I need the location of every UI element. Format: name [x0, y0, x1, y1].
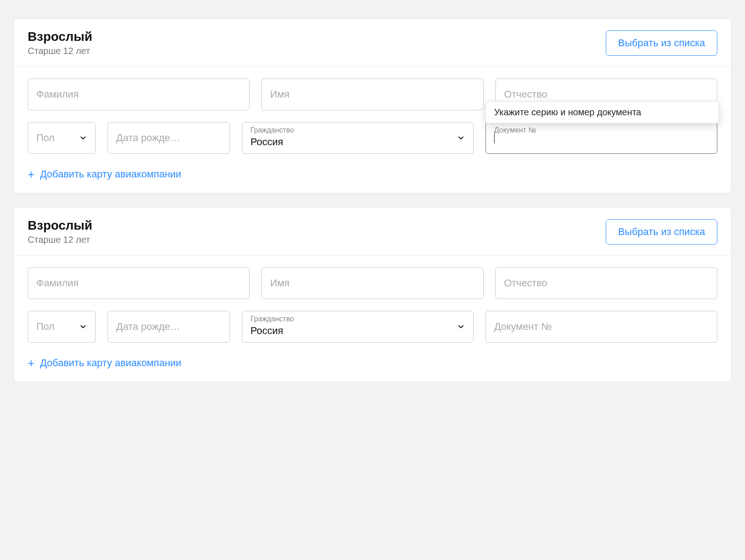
passenger-card: Взрослый Старше 12 лет Выбрать из списка… [14, 18, 731, 193]
card-title-block: Взрослый Старше 12 лет [28, 218, 92, 245]
card-title-block: Взрослый Старше 12 лет [28, 29, 92, 56]
document-number-field[interactable]: Документ № [485, 311, 717, 343]
middlename-placeholder: Отчество [504, 277, 548, 289]
chevron-down-icon [79, 323, 87, 331]
passenger-title: Взрослый [28, 29, 92, 44]
gender-placeholder: Пол [36, 321, 54, 333]
card-header: Взрослый Старше 12 лет Выбрать из списка [14, 207, 731, 255]
lastname-field[interactable]: Фамилия [28, 267, 250, 299]
chevron-down-icon [457, 134, 465, 142]
dob-placeholder: Дата рожде… [116, 321, 180, 333]
firstname-placeholder: Имя [270, 88, 289, 100]
select-from-list-button[interactable]: Выбрать из списка [606, 219, 717, 245]
add-airline-card-link[interactable]: + Добавить карту авиакомпании [28, 354, 181, 369]
gender-placeholder: Пол [36, 132, 54, 144]
middlename-field[interactable]: Отчество [495, 267, 717, 299]
gender-select[interactable]: Пол [28, 311, 96, 343]
dob-field[interactable]: Дата рожде… [108, 311, 230, 343]
plus-icon: + [28, 168, 34, 180]
document-number-field[interactable]: Укажите серию и номер документа Документ… [485, 122, 717, 154]
passenger-card: Взрослый Старше 12 лет Выбрать из списка… [14, 207, 731, 382]
lastname-placeholder: Фамилия [36, 277, 78, 289]
card-header: Взрослый Старше 12 лет Выбрать из списка [14, 19, 731, 67]
middlename-placeholder: Отчество [504, 88, 548, 100]
name-row: Фамилия Имя Отчество [28, 267, 717, 299]
chevron-down-icon [79, 134, 87, 142]
firstname-field[interactable]: Имя [261, 79, 483, 110]
dob-field[interactable]: Дата рожде… [108, 122, 230, 154]
select-from-list-button[interactable]: Выбрать из списка [606, 30, 717, 56]
citizenship-label: Гражданство [250, 315, 294, 323]
details-row: Пол Дата рожде… Гражданство Россия [28, 311, 717, 343]
passenger-title: Взрослый [28, 218, 92, 233]
lastname-placeholder: Фамилия [36, 88, 78, 100]
card-body: Фамилия Имя Отчество Пол [14, 255, 731, 382]
dob-placeholder: Дата рожде… [116, 132, 180, 144]
add-airline-card-label: Добавить карту авиакомпании [40, 168, 181, 180]
card-body: Фамилия Имя Отчество Пол [14, 67, 731, 193]
add-airline-card-link[interactable]: + Добавить карту авиакомпании [28, 166, 181, 180]
citizenship-select[interactable]: Гражданство Россия [242, 122, 474, 154]
gender-select[interactable]: Пол [28, 122, 96, 154]
chevron-down-icon [457, 323, 465, 331]
plus-icon: + [28, 357, 34, 369]
document-placeholder: Документ № [494, 321, 552, 333]
details-row: Пол Дата рожде… Гражданство Россия [28, 122, 717, 154]
citizenship-label: Гражданство [250, 126, 294, 134]
document-label: Документ № [494, 126, 536, 134]
citizenship-value: Россия [250, 325, 283, 337]
citizenship-value: Россия [250, 136, 283, 148]
add-airline-card-label: Добавить карту авиакомпании [40, 357, 181, 369]
passenger-subtitle: Старше 12 лет [28, 235, 92, 245]
citizenship-select[interactable]: Гражданство Россия [242, 311, 474, 343]
lastname-field[interactable]: Фамилия [28, 79, 250, 110]
passenger-subtitle: Старше 12 лет [28, 46, 92, 56]
document-tooltip: Укажите серию и номер документа [485, 101, 719, 123]
firstname-placeholder: Имя [270, 277, 289, 289]
firstname-field[interactable]: Имя [261, 267, 483, 299]
